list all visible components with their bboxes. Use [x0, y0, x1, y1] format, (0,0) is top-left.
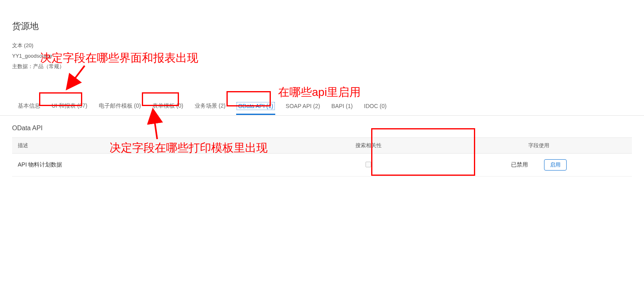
page-header: 货源地 文本 (20) YY1_goodsource 主数据：产品（常规）: [0, 0, 644, 80]
tab-ui-reports[interactable]: UI 和报表 (37): [46, 97, 93, 115]
page-title: 货源地: [12, 20, 632, 32]
column-header-desc: 描述: [12, 138, 291, 154]
odata-table: 描述 搜索相关性 字段使用 API 物料计划数据 已禁用 启用: [12, 137, 632, 177]
meta-master: 主数据：产品（常规）: [12, 61, 632, 72]
search-checkbox[interactable]: [366, 162, 371, 167]
tab-basic-info[interactable]: 基本信息: [12, 97, 46, 115]
tab-business-scenarios[interactable]: 业务场景 (2): [189, 97, 231, 115]
cell-desc: API 物料计划数据: [12, 154, 291, 177]
meta-source: YY1_goodsource: [12, 51, 632, 61]
column-header-search: 搜索相关性: [291, 138, 446, 154]
meta-text: 文本 (20): [12, 40, 632, 51]
enable-button[interactable]: 启用: [544, 159, 567, 171]
section-odata-api: OData API 描述 搜索相关性 字段使用 API 物料计划数据 已禁用 启…: [0, 116, 644, 181]
table-row: API 物料计划数据 已禁用 启用: [12, 154, 632, 177]
column-header-usage: 字段使用: [446, 138, 632, 154]
cell-usage: 已禁用 启用: [446, 154, 632, 177]
status-text: 已禁用: [511, 161, 528, 169]
cell-search: [291, 154, 446, 177]
tab-form-templates[interactable]: 表单模板 (0): [147, 97, 189, 115]
tab-bar: 基本信息 UI 和报表 (37) 电子邮件模板 (0) 表单模板 (0) 业务场…: [0, 97, 644, 116]
tab-soap-api[interactable]: SOAP API (2): [280, 97, 326, 115]
table-header-row: 描述 搜索相关性 字段使用: [12, 138, 632, 154]
tab-bapi[interactable]: BAPI (1): [326, 97, 358, 115]
tab-odata-api[interactable]: OData API (1): [231, 97, 280, 115]
tab-idoc[interactable]: IDOC (0): [358, 97, 392, 115]
tab-email-templates[interactable]: 电子邮件模板 (0): [93, 97, 147, 115]
section-title: OData API: [12, 125, 632, 132]
